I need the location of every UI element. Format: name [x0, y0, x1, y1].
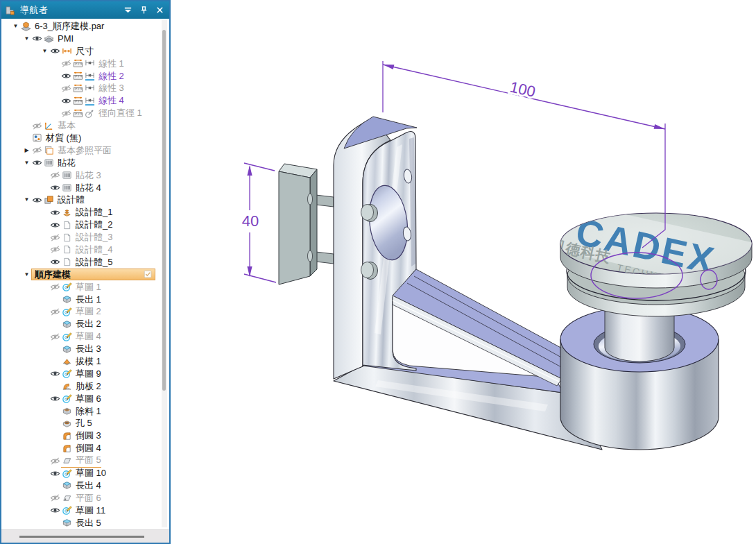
eye-visible-icon[interactable] [49, 46, 61, 57]
tree-item[interactable]: 肋板 2 [1, 380, 169, 393]
expander-closed-icon[interactable]: ▶ [22, 148, 31, 153]
eye-hidden-icon[interactable] [49, 244, 61, 255]
tree-item[interactable]: 線性 4 [1, 94, 169, 107]
expander-open-icon[interactable]: ▼ [11, 24, 20, 29]
eye-hidden-icon[interactable] [49, 282, 61, 293]
tree-item[interactable]: 長出 1 [1, 294, 169, 306]
feature-group-checkbox[interactable] [144, 270, 153, 279]
tree-item[interactable]: 線性 2 [1, 70, 169, 83]
horizontal-scrollbar-thumb[interactable] [19, 536, 144, 538]
eye-visible-icon[interactable] [49, 257, 61, 268]
tree-item[interactable]: 徑向直徑 1 [1, 107, 169, 119]
expander-open-icon[interactable]: ▼ [22, 197, 31, 203]
tree-item[interactable]: ▼6-3_順序建模.par [1, 20, 169, 33]
tree-item[interactable]: 設計體_1 [1, 206, 169, 219]
tree-item[interactable]: 設計體_3 [1, 231, 169, 244]
eye-hidden-icon[interactable] [31, 120, 43, 131]
tree-item[interactable]: 設計體_4 [1, 244, 169, 256]
tree-item[interactable]: ▶基本參照平面 [1, 144, 169, 157]
tree-item[interactable]: 長出 3 [1, 343, 169, 355]
tree-item[interactable]: 材質 (無) [1, 132, 169, 144]
expander-open-icon[interactable]: ▼ [40, 49, 49, 54]
tree-item[interactable]: 設計體_2 [1, 219, 169, 231]
panel-titlebar[interactable]: 導航者 [1, 1, 169, 19]
close-icon[interactable] [153, 4, 166, 17]
tree-item-label: 設計體_4 [76, 244, 112, 256]
dock-chevron-icon[interactable] [121, 4, 134, 17]
eye-visible-icon[interactable] [60, 71, 72, 82]
tree-item[interactable]: 平面 5 [1, 454, 169, 467]
tree-item[interactable]: 線性 3 [1, 82, 169, 94]
tree-item[interactable]: 草圖 6 [1, 393, 169, 405]
eye-visible-icon[interactable] [49, 368, 61, 380]
eye-hidden-icon[interactable] [60, 58, 72, 69]
pmi-dimension-40[interactable]: 40 [242, 163, 276, 282]
tree-item-label: 長出 4 [76, 479, 101, 492]
pin-stub-upper[interactable] [361, 205, 378, 222]
tree-item[interactable]: 草圖 2 [1, 305, 169, 318]
vertical-scrollbar-thumb[interactable] [162, 30, 166, 391]
eye-visible-icon[interactable] [49, 182, 61, 194]
pin-stub-lower[interactable] [361, 262, 378, 280]
tree-item[interactable]: 草圖 11 [1, 504, 169, 517]
eye-spacer [49, 418, 61, 429]
tree-item[interactable]: 平面 6 [1, 492, 169, 504]
eye-hidden-icon[interactable] [31, 145, 43, 156]
tree-item[interactable]: 長出 5 [1, 517, 169, 529]
eye-hidden-icon[interactable] [49, 170, 61, 181]
eye-spacer [49, 294, 61, 305]
tree-item[interactable]: 線性 1 [1, 58, 169, 70]
tree-item[interactable]: 長出 2 [1, 318, 169, 330]
eye-hidden-icon[interactable] [60, 83, 72, 94]
eye-hidden-icon[interactable] [49, 331, 61, 342]
tree-item[interactable]: ▼設計體 [1, 194, 169, 206]
tree-item[interactable]: 草圖 4 [1, 330, 169, 343]
tree-item[interactable]: 孔 5 [1, 418, 169, 430]
model-bracket[interactable]: CADEX 凱德科技 TECHNOLOGY [279, 117, 756, 450]
tree-item[interactable]: 設計體_5 [1, 256, 169, 269]
tree-item[interactable]: 基本 [1, 119, 169, 132]
dimension-40-value[interactable]: 40 [242, 212, 259, 230]
horizontal-scrollbar[interactable] [1, 529, 169, 543]
tree-item[interactable]: 草圖 1 [1, 281, 169, 294]
eye-visible-icon[interactable] [49, 207, 61, 218]
eye-hidden-icon[interactable] [49, 306, 61, 317]
tree-item[interactable]: 草圖 10 [1, 467, 169, 479]
expander-open-icon[interactable]: ▼ [22, 272, 31, 278]
eye-visible-icon[interactable] [49, 393, 61, 405]
tree-item[interactable]: ▼尺寸 [1, 45, 169, 58]
tree-item[interactable]: 貼花 3 [1, 169, 169, 182]
eye-visible-icon[interactable] [49, 219, 61, 230]
eye-visible-icon[interactable] [49, 468, 61, 479]
tree-item[interactable]: ▼PMI [1, 33, 169, 45]
eye-spacer [49, 518, 61, 529]
eye-hidden-icon[interactable] [49, 232, 61, 243]
expander-open-icon[interactable]: ▼ [22, 160, 31, 166]
eye-hidden-icon[interactable] [60, 108, 72, 119]
tree-item[interactable]: 拔模 1 [1, 355, 169, 368]
eye-visible-icon[interactable] [31, 194, 43, 205]
expander-open-icon[interactable]: ▼ [22, 36, 31, 42]
eye-visible-icon[interactable] [49, 505, 61, 516]
tree-item[interactable]: ▼順序建模 [1, 269, 169, 281]
tree-item[interactable]: 倒圓 3 [1, 430, 169, 442]
active-feature-group-highlight[interactable]: 順序建模 [31, 269, 155, 280]
eye-visible-icon[interactable] [31, 158, 43, 169]
tree-item[interactable]: 倒圓 4 [1, 442, 169, 454]
dimension-100-value[interactable]: 100 [508, 78, 537, 101]
eye-hidden-icon[interactable] [49, 493, 61, 504]
radial-dim-icon [84, 108, 96, 119]
extrude-icon [61, 318, 73, 330]
vertical-scrollbar[interactable] [162, 20, 167, 527]
tree-item-label: 草圖 4 [76, 330, 101, 343]
tree-item[interactable]: 貼花 4 [1, 182, 169, 194]
tree-item[interactable]: 草圖 9 [1, 368, 169, 380]
tree-item[interactable]: ▼貼花 [1, 157, 169, 169]
eye-visible-icon[interactable] [60, 95, 72, 106]
tree-item[interactable]: 長出 4 [1, 479, 169, 492]
eye-visible-icon[interactable] [31, 33, 43, 44]
eye-hidden-icon[interactable] [49, 455, 61, 466]
model-clamp-block[interactable] [279, 164, 334, 284]
pin-icon[interactable] [137, 4, 150, 17]
tree-item[interactable]: 除料 1 [1, 405, 169, 418]
